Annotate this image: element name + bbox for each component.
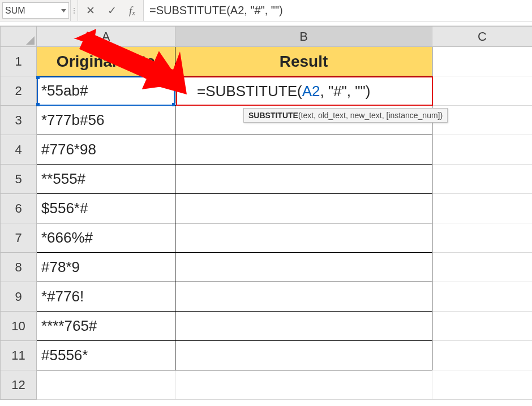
- formula-text-suffix: , "#", ""): [320, 83, 370, 100]
- cell-C6[interactable]: [432, 194, 533, 223]
- cell-A3[interactable]: *777b#56: [37, 106, 175, 135]
- cell-B5[interactable]: [175, 165, 432, 194]
- cell-C12[interactable]: [432, 370, 533, 400]
- cell-C11[interactable]: [432, 341, 533, 370]
- header-original-data[interactable]: Original Data: [37, 47, 175, 76]
- row-7: 7 *666%#: [1, 223, 533, 253]
- formula-text-prefix: =SUBSTITUTE(: [197, 83, 302, 100]
- row-10: 10 ****765#: [1, 312, 533, 341]
- cell-B7[interactable]: [175, 223, 432, 253]
- tooltip-func-name: SUBSTITUTE: [248, 111, 298, 120]
- tooltip-func-args: (text, old_text, new_text, [instance_num…: [298, 111, 443, 120]
- cell-C9[interactable]: [432, 282, 533, 312]
- formula-bar: SUM ✕ ✓ fx =SUBSTITUTE(A2, "#", ""): [0, 0, 532, 21]
- formula-text-ref: A2: [302, 83, 320, 100]
- cell-A12[interactable]: [37, 370, 175, 400]
- row-1: 1 Original Data Result: [1, 47, 533, 76]
- row-header[interactable]: 5: [1, 165, 37, 194]
- row-8: 8 #78*9: [1, 253, 533, 282]
- fx-icon[interactable]: fx: [129, 5, 135, 17]
- cell-A11[interactable]: #5556*: [37, 341, 175, 370]
- cell-C4[interactable]: [432, 135, 533, 165]
- cell-A10[interactable]: ****765#: [37, 312, 175, 341]
- formula-edit-overlay[interactable]: =SUBSTITUTE(A2, "#", ""): [176, 76, 433, 106]
- row-header[interactable]: 11: [1, 341, 37, 370]
- cell-C7[interactable]: [432, 223, 533, 253]
- formula-bar-text: =SUBSTITUTE(A2, "#", ""): [149, 4, 283, 17]
- cancel-icon[interactable]: ✕: [86, 4, 95, 17]
- select-all-corner[interactable]: [1, 27, 37, 47]
- row-header[interactable]: 2: [1, 76, 37, 106]
- row-6: 6 $556*#: [1, 194, 533, 223]
- svg-marker-0: [61, 9, 66, 12]
- formula-bar-buttons: ✕ ✓ fx: [78, 0, 143, 21]
- cell-B11[interactable]: [175, 341, 432, 370]
- cell-C8[interactable]: [432, 253, 533, 282]
- row-12: 12: [1, 370, 533, 400]
- cell-A2[interactable]: *55ab#: [37, 76, 175, 106]
- row-header[interactable]: 4: [1, 135, 37, 165]
- cell-A4[interactable]: #776*98: [37, 135, 175, 165]
- row-header[interactable]: 3: [1, 106, 37, 135]
- cell-A5[interactable]: **555#: [37, 165, 175, 194]
- col-header-A[interactable]: A: [37, 27, 175, 47]
- header-result[interactable]: Result: [175, 47, 432, 76]
- cell-C2[interactable]: [432, 76, 533, 106]
- cell-A7[interactable]: *666%#: [37, 223, 175, 253]
- cell-B4[interactable]: [175, 135, 432, 165]
- col-header-B[interactable]: B: [175, 27, 432, 47]
- name-box[interactable]: SUM: [2, 2, 69, 19]
- row-4: 4 #776*98: [1, 135, 533, 165]
- row-header[interactable]: 8: [1, 253, 37, 282]
- row-header[interactable]: 12: [1, 370, 37, 400]
- row-5: 5 **555#: [1, 165, 533, 194]
- row-11: 11 #5556*: [1, 341, 533, 370]
- row-9: 9 *#776!: [1, 282, 533, 312]
- ribbon-gap: [0, 21, 532, 26]
- cell-B6[interactable]: [175, 194, 432, 223]
- spreadsheet: A B C 1 Original Data Result 2 *55ab# 3 …: [0, 26, 532, 400]
- row-header[interactable]: 1: [1, 47, 37, 76]
- cell-C1[interactable]: [432, 47, 533, 76]
- cell-C5[interactable]: [432, 165, 533, 194]
- name-box-value: SUM: [5, 6, 25, 16]
- row-header[interactable]: 9: [1, 282, 37, 312]
- cell-B10[interactable]: [175, 312, 432, 341]
- formula-bar-input[interactable]: =SUBSTITUTE(A2, "#", ""): [143, 0, 532, 21]
- enter-icon[interactable]: ✓: [108, 4, 117, 17]
- cell-B9[interactable]: [175, 282, 432, 312]
- name-box-dropdown-icon[interactable]: [61, 8, 66, 14]
- row-header[interactable]: 7: [1, 223, 37, 253]
- function-tooltip: SUBSTITUTE(text, old_text, new_text, [in…: [243, 108, 448, 123]
- resize-handle-icon[interactable]: [70, 0, 78, 21]
- cell-A9[interactable]: *#776!: [37, 282, 175, 312]
- cell-A8[interactable]: #78*9: [37, 253, 175, 282]
- cell-C10[interactable]: [432, 312, 533, 341]
- cell-B8[interactable]: [175, 253, 432, 282]
- cell-B12[interactable]: [175, 370, 432, 400]
- row-header[interactable]: 6: [1, 194, 37, 223]
- col-header-C[interactable]: C: [432, 27, 533, 47]
- cell-A6[interactable]: $556*#: [37, 194, 175, 223]
- row-header[interactable]: 10: [1, 312, 37, 341]
